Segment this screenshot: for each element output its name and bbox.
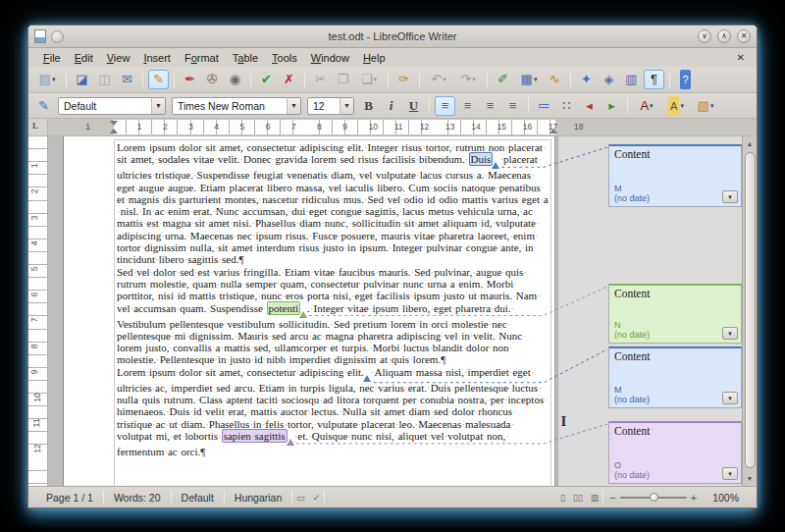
page-preview-button[interactable]: ◉ [225, 70, 245, 89]
paragraph-2[interactable]: Sed​·​vel​·​dolor​·​sed​·​est​·​varius​·… [117, 266, 549, 366]
chevron-down-icon[interactable]: ▼ [151, 98, 165, 114]
menu-table[interactable]: Table [226, 50, 265, 66]
dropdown-caret-icon[interactable]: ▾ [52, 76, 56, 83]
menu-format[interactable]: Format [178, 50, 226, 66]
paste-button[interactable]: ❏▾ [355, 70, 383, 89]
comment-anchor-icon[interactable] [287, 439, 294, 446]
spelling-and-grammar-button[interactable]: ✔ [256, 70, 277, 89]
font-color-button[interactable]: A▾ [633, 96, 660, 116]
menu-file[interactable]: File [36, 50, 68, 66]
gallery-button[interactable]: ▥ [621, 70, 642, 89]
comment-anchor-icon[interactable] [363, 375, 371, 382]
zoom-slider-handle[interactable] [650, 493, 658, 502]
comment-menu-button[interactable]: ▾ [722, 392, 738, 404]
selection-mode-icon[interactable]: ▭ [292, 493, 309, 503]
print-file-directly-button[interactable]: ✇ [202, 70, 223, 89]
clone-formatting-button[interactable]: ✑ [393, 70, 414, 89]
dropdown-caret-icon[interactable]: ▾ [650, 102, 654, 110]
dropdown-caret-icon[interactable]: ▾ [443, 76, 446, 83]
scrollbar-thumb[interactable] [745, 152, 756, 468]
comment-text[interactable]: Content [614, 148, 650, 160]
paragraph-style-combo[interactable]: Default ▼ [58, 97, 166, 115]
open-button[interactable]: ◪ [72, 70, 92, 89]
comment-anchor-text[interactable]: potenti [267, 301, 301, 315]
comment-text[interactable]: Content [614, 350, 650, 362]
comment-menu-button[interactable]: ▾ [722, 190, 738, 203]
justified-button[interactable]: ≡ [502, 96, 523, 116]
cut-button[interactable]: ✂ [310, 70, 331, 89]
page-number-field[interactable]: Page 1 / 1 [36, 492, 103, 504]
comment-anchor-text[interactable]: Duis [469, 152, 494, 166]
window-menu-button[interactable] [51, 30, 64, 43]
maximize-button[interactable]: ∧ [717, 29, 731, 43]
font-name-combo[interactable]: Times New Roman ▼ [172, 97, 301, 115]
increase-indent-button[interactable]: ▸ [602, 96, 622, 116]
chevron-down-icon[interactable]: ▼ [340, 98, 353, 114]
italic-button[interactable]: i [381, 96, 401, 116]
copy-button[interactable]: ❐ [333, 70, 353, 89]
comment-anchor-icon[interactable] [299, 311, 307, 318]
save-button[interactable]: ◫ [94, 70, 115, 89]
insert-hyperlink-button[interactable]: ✐ [493, 70, 513, 89]
first-line-indent-marker[interactable] [110, 121, 118, 126]
scroll-up-icon[interactable]: ▲ [744, 137, 756, 150]
close-document-icon[interactable]: ✕ [733, 52, 749, 63]
underline-button[interactable]: U [403, 96, 424, 116]
comment-box-4[interactable]: ContentO(no date)▾ [608, 421, 742, 484]
export-as-pdf-button[interactable]: ✒ [180, 70, 200, 89]
comment-text[interactable]: Content [614, 288, 650, 299]
language-field[interactable]: Hungarian [225, 492, 291, 504]
close-button[interactable]: ✕ [737, 29, 751, 43]
highlighting-color-button[interactable]: A▾ [662, 96, 690, 116]
align-left-button[interactable]: ≡ [435, 96, 455, 116]
help-button[interactable]: ? [675, 70, 696, 89]
dropdown-caret-icon[interactable]: ▾ [710, 102, 714, 110]
dropdown-caret-icon[interactable]: ▾ [374, 76, 378, 83]
font-size-combo[interactable]: 12 ▼ [307, 97, 354, 115]
vertical-scrollbar[interactable]: ▲ ▼ [742, 136, 757, 486]
comment-box-3[interactable]: ContentM(no date)▾ [608, 346, 742, 408]
titlebar[interactable]: test.odt - LibreOffice Writer ∨ ∧ ✕ [28, 26, 757, 48]
bold-button[interactable]: B [358, 96, 379, 116]
styles-and-formatting-button[interactable]: ✎ [33, 96, 54, 116]
comment-box-1[interactable]: ContentM(no date)▾ [608, 144, 742, 207]
zoom-slider[interactable]: − + [603, 492, 703, 504]
paragraph-1[interactable]: Lorem​·​ipsum​·​dolor​·​sit​·​amet,​·​co… [117, 141, 549, 266]
menu-view[interactable]: View [100, 50, 137, 66]
show-draw-functions-button[interactable]: ∿ [545, 70, 565, 89]
chevron-down-icon[interactable]: ▼ [287, 98, 300, 114]
zoom-percent[interactable]: 100% [703, 492, 749, 504]
dropdown-caret-icon[interactable]: ▾ [534, 76, 538, 83]
horizontal-ruler[interactable]: 1123456789101112131415161718 [48, 119, 757, 135]
bullet-list-button[interactable]: ∷ [556, 96, 577, 116]
align-right-button[interactable]: ≡ [480, 96, 500, 116]
menu-tools[interactable]: Tools [265, 50, 304, 66]
document-text-area[interactable]: Lorem​·​ipsum​·​dolor​·​sit​·​amet,​·​co… [114, 139, 551, 486]
dropdown-caret-icon[interactable]: ▾ [472, 76, 476, 83]
scroll-down-icon[interactable]: ▼ [744, 472, 756, 485]
page-style-field[interactable]: Default [172, 492, 224, 504]
comment-anchor-text[interactable]: sapien​·​sagittis [222, 429, 288, 443]
align-center-button[interactable]: ≡ [457, 96, 478, 116]
edit-file-button[interactable]: ✎ [148, 70, 169, 89]
background-color-button[interactable]: ▧▾ [692, 96, 719, 116]
comment-box-2[interactable]: ContentN(no date)▾ [608, 284, 742, 344]
menu-edit[interactable]: Edit [68, 50, 100, 66]
multi-page-view-icon[interactable]: ▯▯ [569, 493, 587, 503]
document-modified-icon[interactable]: ✓ [309, 493, 325, 503]
menu-help[interactable]: Help [356, 50, 392, 66]
menu-insert[interactable]: Insert [136, 50, 178, 66]
document-as-email-button[interactable]: ✉ [117, 70, 137, 89]
comment-menu-button[interactable]: ▾ [722, 327, 738, 340]
numbered-list-button[interactable]: ≔ [534, 96, 554, 116]
decrease-indent-button[interactable]: ◂ [579, 96, 600, 116]
word-count-field[interactable]: Words: 20 [104, 492, 171, 504]
new-document-button[interactable]: ▤▾ [33, 70, 61, 89]
zoom-out-icon[interactable]: − [609, 492, 615, 504]
formatting-marks-button[interactable]: ¶ [644, 70, 664, 89]
book-view-icon[interactable]: ▥ [587, 493, 603, 503]
paragraph-3[interactable]: Lorem​·​ipsum​·​dolor​·​sit​·​amet,​·​co… [117, 366, 549, 457]
left-indent-marker[interactable] [110, 129, 118, 133]
vertical-ruler[interactable]: 123456789101112 [28, 136, 48, 486]
zoom-in-icon[interactable]: + [691, 492, 697, 504]
